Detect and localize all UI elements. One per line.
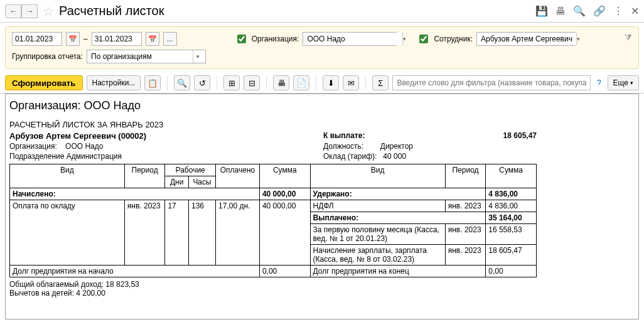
child-deduction: Вычетов на детей: 4 200,00 bbox=[9, 289, 635, 298]
withheld-total: 4 836,00 bbox=[486, 188, 537, 200]
toolbar: Сформировать Настройки... 📋 🔍 ↺ ⊞ ⊟ 🖶 📄 … bbox=[0, 73, 644, 94]
save-icon[interactable]: 💾 bbox=[535, 5, 548, 17]
department-line: Подразделение Администрация bbox=[9, 151, 323, 161]
grouping-dropdown-icon[interactable]: ▾ bbox=[193, 50, 203, 63]
generate-button[interactable]: Сформировать bbox=[5, 75, 83, 90]
row-salary-vid: Оплата по окладу bbox=[10, 200, 125, 266]
col-summa2: Сумма bbox=[486, 164, 537, 188]
period-picker-button[interactable]: ... bbox=[163, 32, 177, 46]
employee-checkbox[interactable] bbox=[419, 35, 428, 43]
row-ndfl-period: янв. 2023 bbox=[445, 200, 486, 212]
save-report-icon[interactable]: ⬇ bbox=[323, 75, 339, 90]
payslip-table: Вид Период Рабочие Оплачено Сумма Вид Пе… bbox=[9, 164, 537, 277]
date-from-input[interactable] bbox=[12, 32, 62, 46]
find-prev-icon[interactable]: ↺ bbox=[194, 75, 210, 90]
employee-name: Арбузов Артем Сергеевич (00002) bbox=[9, 131, 323, 141]
nav-forward-button[interactable]: → bbox=[21, 4, 38, 18]
org-select-input[interactable] bbox=[306, 33, 402, 45]
col-period2: Период bbox=[445, 164, 486, 188]
taxable-income: Общий облагаемый доход: 18 823,53 bbox=[9, 280, 635, 289]
col-period: Период bbox=[124, 164, 165, 188]
sum-icon[interactable]: Σ bbox=[372, 75, 389, 90]
row-advance-vid: За первую половину месяца (Касса, вед. №… bbox=[310, 224, 445, 245]
paid-total: 35 164,00 bbox=[486, 212, 537, 224]
org-line-value: ООО Надо bbox=[65, 142, 103, 151]
col-dni: Дни bbox=[165, 176, 189, 188]
row-ndfl-sum: 4 836,00 bbox=[486, 200, 537, 212]
col-vid: Вид bbox=[10, 164, 125, 188]
col-summa: Сумма bbox=[259, 164, 310, 188]
row-final-sum: 18 605,47 bbox=[486, 245, 537, 266]
debt-end-label: Долг предприятия на конец bbox=[310, 266, 486, 277]
collapse-icon[interactable]: ⊟ bbox=[244, 75, 260, 90]
debt-start: 0,00 bbox=[259, 266, 310, 277]
print-icon[interactable]: 🖶 bbox=[555, 6, 566, 17]
help-icon[interactable]: ? bbox=[594, 78, 604, 87]
filter-search-input[interactable] bbox=[392, 75, 591, 90]
employee-select[interactable]: ▾ bbox=[476, 32, 576, 46]
report-area[interactable]: Организация: ООО Надо РАСЧЕТНЫЙ ЛИСТОК З… bbox=[5, 94, 639, 319]
row-salary-chasy: 136 bbox=[189, 200, 216, 266]
report-settings-icon[interactable]: 📄 bbox=[293, 75, 309, 90]
pay-amount: 18 605,47 bbox=[503, 131, 537, 141]
pay-label: К выплате: bbox=[323, 131, 365, 141]
debt-end: 0,00 bbox=[486, 266, 537, 277]
filter-panel: ⧩ 📅 – 📅 ... Организация: ▾ Сотрудник: ▾ … bbox=[5, 26, 639, 69]
salary-value: 40 000 bbox=[383, 152, 406, 161]
salary-label: Оклад (тариф): bbox=[323, 152, 377, 161]
withheld-label: Удержано: bbox=[310, 188, 486, 200]
grouping-label: Группировка отчета: bbox=[12, 52, 83, 61]
grouping-select[interactable]: ▾ bbox=[87, 50, 206, 63]
position-value: Директор bbox=[380, 142, 413, 151]
favorite-star-icon[interactable]: ☆ bbox=[43, 4, 54, 19]
more-button[interactable]: Еще ▾ bbox=[608, 75, 639, 90]
accrued-label: Начислено: bbox=[10, 188, 260, 200]
debt-start-label: Долг предприятия на начало bbox=[10, 266, 260, 277]
employee-label: Сотрудник: bbox=[434, 35, 473, 43]
copy-settings-icon[interactable]: 📋 bbox=[144, 75, 161, 90]
paid-label: Выплачено: bbox=[310, 212, 486, 224]
more-vert-icon[interactable]: ⋮ bbox=[613, 5, 623, 17]
email-icon[interactable]: ✉ bbox=[343, 75, 359, 90]
report-period: РАСЧЕТНЫЙ ЛИСТОК ЗА ЯНВАРЬ 2023 bbox=[9, 120, 635, 129]
col-oplacheno: Оплачено bbox=[216, 164, 260, 188]
chevron-down-icon: ▾ bbox=[630, 80, 633, 86]
row-advance-sum: 16 558,53 bbox=[486, 224, 537, 245]
page-title: Расчетный листок bbox=[59, 4, 535, 18]
col-chasy: Часы bbox=[189, 176, 216, 188]
row-salary-period: янв. 2023 bbox=[124, 200, 165, 266]
date-to-input[interactable] bbox=[92, 32, 142, 46]
org-checkbox[interactable] bbox=[237, 35, 246, 43]
row-salary-dni: 17 bbox=[165, 200, 189, 266]
calendar-from-icon[interactable]: 📅 bbox=[66, 32, 80, 46]
close-icon[interactable]: ✕ bbox=[631, 5, 639, 17]
titlebar: ← → ☆ Расчетный листок 💾 🖶 🔍 🔗 ⋮ ✕ bbox=[0, 0, 644, 23]
row-final-vid: Начисление зарплаты, зарплата (Касса, ве… bbox=[310, 245, 445, 266]
col-rabochie: Рабочие bbox=[165, 164, 216, 176]
row-advance-period: янв. 2023 bbox=[445, 224, 486, 245]
row-salary-opl: 17,00 дн. bbox=[216, 200, 260, 266]
org-select[interactable]: ▾ bbox=[303, 32, 397, 46]
grouping-select-input[interactable] bbox=[90, 50, 193, 63]
employee-dropdown-icon[interactable]: ▾ bbox=[576, 33, 580, 45]
preview-icon[interactable]: 🔍 bbox=[573, 5, 586, 17]
nav-back-button[interactable]: ← bbox=[5, 4, 21, 18]
funnel-icon[interactable]: ⧩ bbox=[625, 32, 632, 43]
accrued-total: 40 000,00 bbox=[259, 188, 310, 200]
row-salary-sum: 40 000,00 bbox=[259, 200, 310, 266]
link-icon[interactable]: 🔗 bbox=[593, 5, 606, 17]
row-final-period: янв. 2023 bbox=[445, 245, 486, 266]
date-separator: – bbox=[83, 35, 88, 43]
print-button-icon[interactable]: 🖶 bbox=[273, 75, 289, 90]
employee-select-input[interactable] bbox=[480, 33, 576, 45]
settings-button[interactable]: Настройки... bbox=[87, 75, 141, 90]
org-dropdown-icon[interactable]: ▾ bbox=[402, 33, 406, 45]
report-org-title: Организация: ООО Надо bbox=[9, 99, 635, 112]
col-vid2: Вид bbox=[310, 164, 445, 188]
find-icon[interactable]: 🔍 bbox=[174, 75, 190, 90]
position-label: Должность: bbox=[323, 142, 363, 151]
calendar-to-icon[interactable]: 📅 bbox=[146, 32, 159, 46]
org-line-label: Организация: bbox=[9, 142, 57, 151]
expand-icon[interactable]: ⊞ bbox=[223, 75, 240, 90]
row-ndfl-vid: НДФЛ bbox=[310, 200, 445, 212]
